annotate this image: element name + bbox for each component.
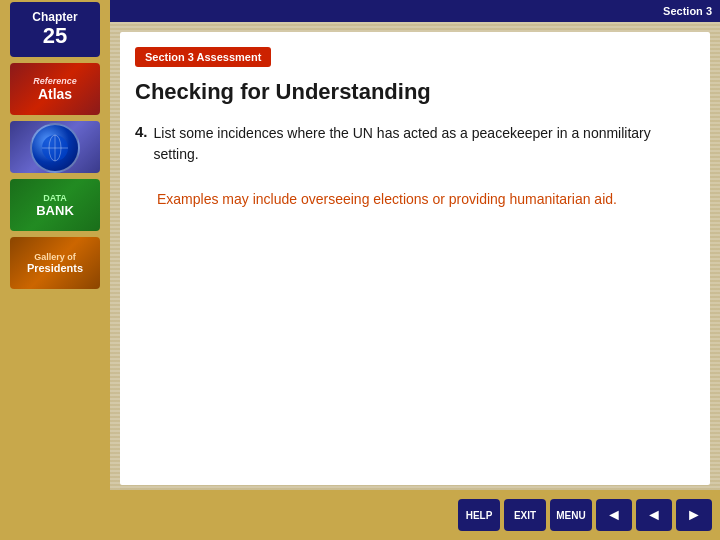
menu-button[interactable]: MENU xyxy=(550,499,592,531)
sidebar: Chapter 25 Reference Atlas GOVERNMENT On… xyxy=(0,0,110,540)
chapter-word: Chapter xyxy=(32,10,77,24)
chapter-number: 25 xyxy=(43,24,67,48)
gallery-label-top: Gallery of xyxy=(34,252,76,262)
data-label-top: DATA xyxy=(43,193,67,203)
section-label: Section 3 xyxy=(663,5,720,17)
sidebar-item-government-online[interactable]: GOVERNMENT Online xyxy=(10,121,100,173)
gov-label-sub: Online xyxy=(43,173,66,174)
prev-nav-button[interactable]: ◄ xyxy=(636,499,672,531)
next-nav-button[interactable]: ► xyxy=(676,499,712,531)
back-arrow-icon: ◄ xyxy=(606,506,622,524)
main-content-area: Section 3 Assessment Checking for Unders… xyxy=(110,22,720,540)
sidebar-item-data-bank[interactable]: DATA BANK xyxy=(10,179,100,231)
checking-title: Checking for Understanding xyxy=(135,79,695,105)
content-card: Section 3 Assessment Checking for Unders… xyxy=(120,32,710,485)
data-label-main: BANK xyxy=(36,203,74,218)
section-assessment-badge: Section 3 Assessment xyxy=(135,47,271,67)
answer-text: Examples may include overseeing election… xyxy=(157,189,695,210)
question-number: 4. xyxy=(135,123,148,140)
sidebar-item-gallery-presidents[interactable]: Gallery of Presidents xyxy=(10,237,100,289)
question-row: 4. List some incidences where the UN has… xyxy=(135,123,695,179)
globe-icon xyxy=(30,123,80,173)
gov-logo: GOVERNMENT Online xyxy=(18,121,93,173)
next-arrow-icon: ► xyxy=(686,506,702,524)
gallery-label-main: Presidents xyxy=(27,262,83,274)
help-button[interactable]: HELP xyxy=(458,499,500,531)
bottom-toolbar: HELP EXIT MENU ◄ ◄ ► xyxy=(110,490,720,540)
reference-label-top: Reference xyxy=(33,76,77,86)
reference-label-main: Atlas xyxy=(38,86,72,102)
question-text: List some incidences where the UN has ac… xyxy=(154,123,695,165)
exit-button[interactable]: EXIT xyxy=(504,499,546,531)
sidebar-item-reference-atlas[interactable]: Reference Atlas xyxy=(10,63,100,115)
chapter-box: Chapter 25 xyxy=(10,2,100,57)
prev-arrow-icon: ◄ xyxy=(646,506,662,524)
back-nav-button[interactable]: ◄ xyxy=(596,499,632,531)
